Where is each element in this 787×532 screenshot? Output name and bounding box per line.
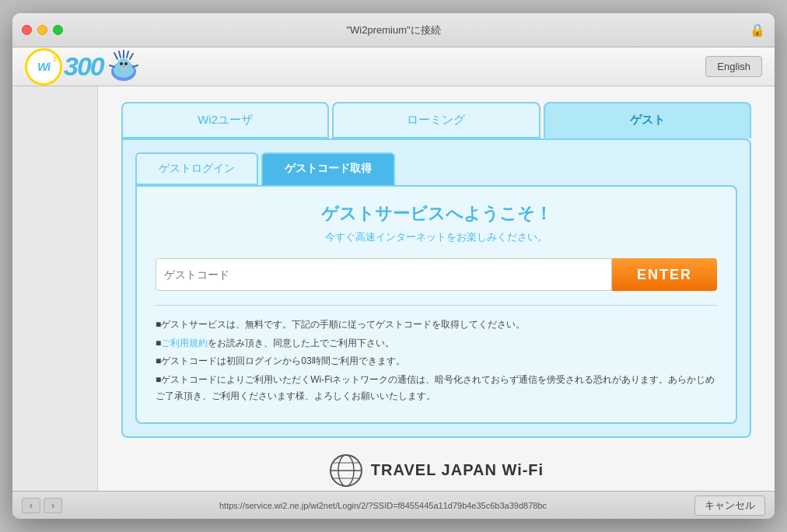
titlebar: "Wi2premium"に接続 🔒 xyxy=(12,13,775,47)
window-title: "Wi2premium"に接続 xyxy=(346,23,440,37)
terms-link[interactable]: ご利用規約 xyxy=(161,338,208,348)
sidebar xyxy=(12,86,98,491)
cancel-button[interactable]: キャンセル xyxy=(694,495,765,516)
svg-point-2 xyxy=(117,58,131,72)
logo-300-text: 300 xyxy=(64,51,103,82)
travel-japan-icon xyxy=(329,453,363,488)
close-button[interactable] xyxy=(22,25,32,35)
info-line-1: ■ゲストサービスは、無料です。下記の手順に従ってゲストコードを取得してください。 xyxy=(156,317,717,334)
guest-code-input[interactable] xyxy=(156,258,612,291)
svg-line-13 xyxy=(133,65,138,67)
info-line-3: ■ゲストコードは初回ログインから03時間ご利用できます。 xyxy=(156,353,717,370)
main-tabs: Wi2ユーザ ローミング ゲスト xyxy=(121,102,751,138)
nav-arrows: ‹ › xyxy=(22,498,62,513)
travel-japan-label: TRAVEL JAPAN Wi-Fi xyxy=(371,461,544,479)
enter-button[interactable]: ENTER xyxy=(612,258,717,291)
toolbar: Wi 2 300 xyxy=(12,47,775,86)
info-line-2: ■ご利用規約をお読み頂き、同意した上でご利用下さい。 xyxy=(156,335,717,352)
welcome-subtitle: 今すぐ高速インターネットをお楽しみください。 xyxy=(156,230,717,244)
svg-point-4 xyxy=(124,62,128,65)
forward-button[interactable]: › xyxy=(44,498,62,513)
logo-area: Wi 2 300 xyxy=(25,48,145,86)
content-area: Wi2ユーザ ローミング ゲスト ゲストログイン ゲストコード取得 xyxy=(12,86,775,491)
travel-japan-logo: TRAVEL JAPAN Wi-Fi xyxy=(121,453,751,488)
enter-row: ENTER xyxy=(156,258,717,291)
main-content: Wi2ユーザ ローミング ゲスト ゲストログイン ゲストコード取得 xyxy=(98,86,775,491)
minimize-button[interactable] xyxy=(37,25,47,35)
app-window: "Wi2premium"に接続 🔒 Wi 2 300 xyxy=(12,13,775,519)
inner-panel: ゲストサービスへようこそ！ 今すぐ高速インターネットをお楽しみください。 ENT… xyxy=(135,185,737,424)
lock-icon: 🔒 xyxy=(750,23,765,37)
back-button[interactable]: ‹ xyxy=(22,498,40,513)
svg-line-8 xyxy=(119,51,121,58)
sub-tab-guest-code[interactable]: ゲストコード取得 xyxy=(261,152,395,185)
mascot-icon xyxy=(107,50,145,84)
svg-line-10 xyxy=(127,51,128,58)
traffic-lights xyxy=(22,25,63,35)
guest-tab-panel: ゲストログイン ゲストコード取得 ゲストサービスへようこそ！ 今すぐ高速インター… xyxy=(121,138,751,438)
tab-roaming[interactable]: ローミング xyxy=(332,102,540,138)
tab-wi2user[interactable]: Wi2ユーザ xyxy=(121,102,329,138)
svg-point-6 xyxy=(123,66,124,68)
svg-line-11 xyxy=(130,54,133,59)
info-text: ■ゲストサービスは、無料です。下記の手順に従ってゲストコードを取得してください。… xyxy=(156,317,717,405)
status-url: https://service.wi2.ne.jp/wi2net/Login/2… xyxy=(72,501,694,510)
footer-section: TRAVEL JAPAN Wi-Fi xyxy=(121,453,751,491)
sub-tabs: ゲストログイン ゲストコード取得 xyxy=(135,152,737,185)
sub-tab-guest-login[interactable]: ゲストログイン xyxy=(135,152,258,185)
svg-line-12 xyxy=(110,65,114,67)
tab-guest[interactable]: ゲスト xyxy=(544,102,751,138)
maximize-button[interactable] xyxy=(53,25,63,35)
info-line-4: ■ゲストコードによりご利用いただくWi-Fiネットワークの通信は、暗号化されてお… xyxy=(156,372,717,405)
divider xyxy=(156,305,717,306)
english-button[interactable]: English xyxy=(705,56,762,77)
statusbar: ‹ › https://service.wi2.ne.jp/wi2net/Log… xyxy=(12,491,775,519)
welcome-title: ゲストサービスへようこそ！ xyxy=(156,202,717,226)
svg-line-7 xyxy=(114,53,117,59)
svg-point-3 xyxy=(120,62,123,65)
